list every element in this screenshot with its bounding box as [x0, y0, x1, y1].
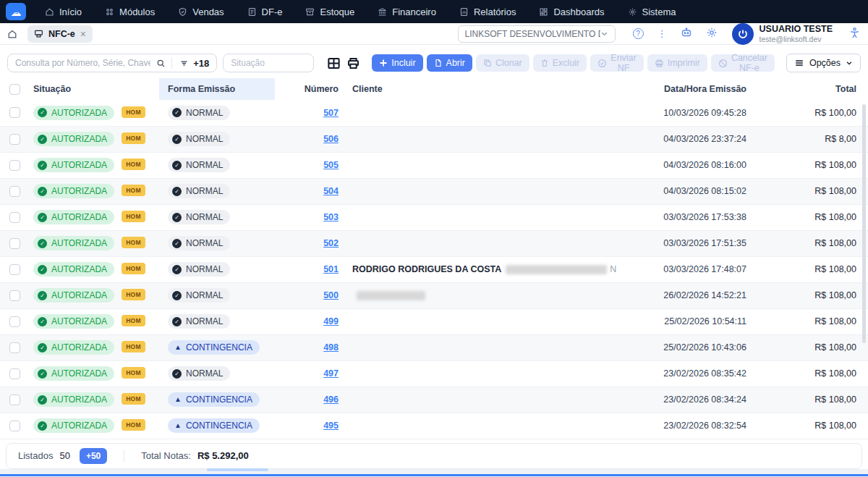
search-input[interactable]	[8, 58, 156, 68]
filter-button[interactable]: +18	[172, 58, 216, 69]
row-checkbox[interactable]	[9, 160, 20, 171]
vertical-scrollbar[interactable]	[862, 104, 866, 343]
numero-link[interactable]: 500	[323, 290, 339, 300]
tab-close-icon[interactable]: ×	[80, 29, 86, 39]
imprimir-button[interactable]: Imprimir	[647, 54, 707, 72]
row-checkbox[interactable]	[9, 421, 20, 431]
user-info[interactable]: USUARIO TESTE teste@linksoft.dev	[760, 24, 833, 43]
incluir-button[interactable]: Incluir	[372, 54, 422, 72]
home-icon[interactable]	[7, 29, 17, 39]
excluir-button[interactable]: Excluir	[533, 54, 587, 72]
user-avatar[interactable]	[732, 23, 754, 45]
company-select[interactable]: LINKSOFT DESENVOLVIMENTO DE ...	[458, 25, 616, 43]
shield-icon	[178, 7, 187, 17]
nav-item-financeiro[interactable]: Financeiro	[378, 7, 436, 17]
numero-link[interactable]: 499	[323, 316, 339, 326]
numero-link[interactable]: 504	[323, 186, 339, 196]
check-circle-icon: ✓	[38, 369, 47, 379]
tab-nfce[interactable]: NFC-e ×	[27, 25, 93, 43]
numero-link[interactable]: 503	[323, 212, 339, 222]
table-row[interactable]: ✓AUTORIZADAHOM✓NORMAL50710/03/2026 09:45…	[0, 100, 868, 126]
numero-link[interactable]: 502	[323, 238, 339, 248]
row-checkbox[interactable]	[9, 107, 20, 118]
app-logo-icon[interactable]: ☁ S	[6, 3, 26, 20]
row-checkbox[interactable]	[9, 186, 20, 197]
table-row[interactable]: ✓AUTORIZADAHOM✓NORMAL49925/02/2026 10:54…	[0, 308, 868, 334]
table-row[interactable]: ✓AUTORIZADAHOM▲CONTINGENCIA49825/02/2026…	[0, 334, 868, 360]
table-row[interactable]: ✓AUTORIZADAHOM✓NORMAL50604/03/2026 23:37…	[0, 126, 868, 152]
row-checkbox[interactable]	[9, 394, 20, 405]
row-checkbox[interactable]	[9, 212, 20, 223]
nav-item-relatorios[interactable]: Relatórios	[459, 7, 516, 17]
assistant-bot-icon[interactable]	[681, 27, 692, 41]
table-row[interactable]: ✓AUTORIZADAHOM✓NORMAL50504/03/2026 08:16…	[0, 152, 868, 178]
numero-link[interactable]: 505	[323, 160, 339, 170]
filter-count: +18	[193, 58, 209, 69]
cliente-name: RODRIGO RODRIGUES DA COSTA	[352, 264, 501, 274]
nav-item-estoque[interactable]: Estoque	[305, 7, 354, 17]
numero-link[interactable]: 507	[323, 108, 339, 118]
accessibility-icon[interactable]	[848, 27, 861, 41]
settings-gear-icon[interactable]	[706, 27, 718, 41]
situacao-badge: ✓AUTORIZADA	[33, 314, 114, 329]
kebab-menu-icon[interactable]: ⋮	[658, 28, 667, 39]
grid-view-icon[interactable]	[327, 56, 341, 70]
select-all-checkbox[interactable]	[9, 84, 20, 95]
numero-link[interactable]: 497	[323, 368, 339, 379]
numero-link[interactable]: 496	[323, 394, 339, 405]
numero-link[interactable]: 495	[323, 421, 339, 431]
search-icon[interactable]	[156, 59, 171, 68]
horizontal-scrollbar[interactable]	[207, 468, 268, 471]
header-total[interactable]: Total	[746, 78, 868, 100]
data-hora-emissao: 04/03/2026 23:37:24	[640, 126, 746, 152]
table-row[interactable]: ✓AUTORIZADAHOM✓NORMAL50026/02/2026 14:52…	[0, 282, 868, 308]
toolbar: +18 IncluirAbrirClonarExcluirEnviar NFIm…	[0, 45, 868, 78]
row-checkbox[interactable]	[9, 290, 20, 301]
nav-item-modulos[interactable]: Módulos	[105, 7, 155, 17]
header-situacao[interactable]: Situação	[26, 78, 159, 100]
row-checkbox[interactable]	[9, 316, 20, 327]
help-icon[interactable]: ?	[633, 28, 644, 39]
header-numero[interactable]: Número	[275, 78, 340, 100]
nav-item-dashboards[interactable]: Dashboards	[539, 7, 604, 17]
table-row[interactable]: ✓AUTORIZADAHOM▲CONTINGENCIA49623/02/2026…	[0, 387, 868, 413]
print-view-icon[interactable]	[346, 56, 360, 70]
row-checkbox[interactable]	[9, 368, 20, 379]
nav-item-sistema[interactable]: Sistema	[628, 7, 676, 17]
nav-item-dfe[interactable]: DF-e	[247, 7, 283, 17]
numero-link[interactable]: 501	[323, 264, 339, 274]
table-row[interactable]: ✓AUTORIZADAHOM▲CONTINGENCIA49523/02/2026…	[0, 413, 868, 439]
row-checkbox[interactable]	[9, 264, 20, 275]
search-group: +18	[7, 54, 217, 72]
view-icons	[327, 56, 360, 70]
clonar-button[interactable]: Clonar	[476, 54, 529, 72]
header-cliente[interactable]: Cliente	[340, 78, 640, 100]
row-checkbox[interactable]	[9, 342, 20, 353]
row-checkbox[interactable]	[9, 134, 20, 145]
nav-item-inicio[interactable]: Início	[45, 7, 82, 17]
load-more-button[interactable]: +50	[80, 448, 107, 464]
cancelar-nfe-button[interactable]: Cancelar NF-e	[711, 54, 775, 72]
forma-emissao-badge: ▲CONTINGENCIA	[168, 418, 260, 433]
situacao-input[interactable]	[223, 54, 314, 72]
opcoes-button[interactable]: Opções	[786, 54, 861, 72]
check-circle-icon: ✓	[172, 291, 182, 300]
numero-link[interactable]: 498	[323, 342, 339, 353]
nav-item-vendas[interactable]: Vendas	[178, 7, 224, 17]
table-row[interactable]: ✓AUTORIZADAHOM✓NORMAL50203/03/2026 17:51…	[0, 230, 868, 256]
abrir-button[interactable]: Abrir	[427, 54, 472, 72]
table-row[interactable]: ✓AUTORIZADAHOM✓NORMAL50404/03/2026 08:15…	[0, 178, 868, 204]
table-row[interactable]: ✓AUTORIZADAHOM✓NORMAL50303/03/2026 17:53…	[0, 204, 868, 230]
header-forma-emissao[interactable]: Forma Emissão	[159, 78, 275, 100]
numero-link[interactable]: 506	[323, 134, 339, 144]
header-data-hora[interactable]: Data/Hora Emissão	[640, 78, 746, 100]
row-checkbox[interactable]	[9, 238, 20, 249]
table-row[interactable]: ✓AUTORIZADAHOM✓NORMAL49723/02/2026 08:35…	[0, 360, 868, 387]
nfce-table: Situação Forma Emissão Número Cliente Da…	[0, 78, 868, 439]
check-circle-icon: ✓	[172, 187, 182, 196]
forma-label: NORMAL	[186, 290, 223, 300]
total-value: R$ 108,00	[746, 282, 868, 308]
enviar-nf-button[interactable]: Enviar NF	[590, 54, 643, 72]
table-row[interactable]: ✓AUTORIZADAHOM✓NORMAL501RODRIGO RODRIGUE…	[0, 256, 868, 282]
check-circle-icon: ✓	[172, 213, 182, 222]
